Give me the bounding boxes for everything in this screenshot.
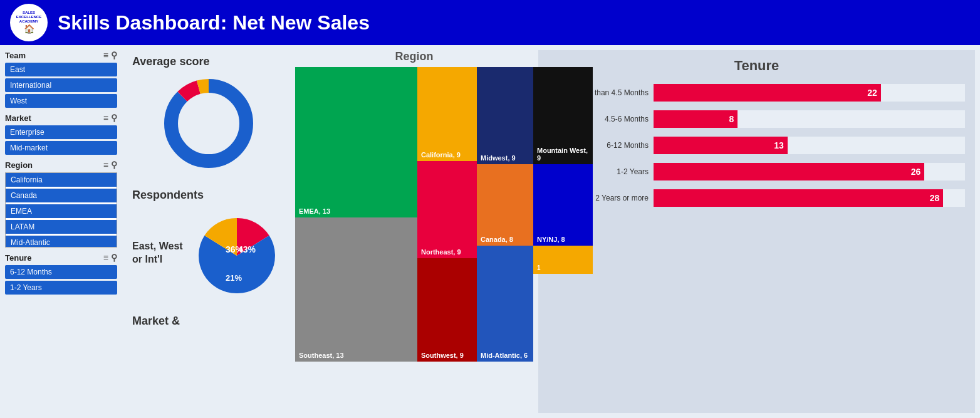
sidebar: Team ≡ ⚲ East International West Market … bbox=[0, 45, 122, 418]
treemap-cell-midatlantic[interactable]: Mid-Atlantic, 6 bbox=[477, 246, 533, 362]
respondents-label: Respondents bbox=[132, 189, 285, 202]
filter-team-item-international[interactable]: International bbox=[5, 78, 117, 92]
filter-tenure-clear-icon[interactable]: ⚲ bbox=[111, 253, 117, 263]
filter-team-item-east[interactable]: East bbox=[5, 63, 117, 76]
east-west-intl-label: East, West or Int'l bbox=[132, 240, 183, 266]
tenure-row-3: 1-2 Years 26 bbox=[548, 163, 965, 180]
filter-region-item-california[interactable]: California bbox=[6, 173, 117, 187]
filter-tenure-sort-icon[interactable]: ≡ bbox=[103, 253, 108, 263]
tenure-row-4: 2 Years or more 28 bbox=[548, 189, 965, 207]
treemap-container: EMEA, 13 Southeast, 13 California, 9 Nor… bbox=[295, 67, 533, 362]
filter-tenure: Tenure ≡ ⚲ 6-12 Months 1-2 Years bbox=[5, 253, 117, 295]
page-title: Skills Dashboard: Net New Sales bbox=[58, 11, 370, 34]
tenure-bar-bg-0: 22 bbox=[654, 84, 965, 102]
header: SALESEXCELLENCEACADEMY 🏠 Skills Dashboar… bbox=[0, 0, 980, 45]
tenure-bar-bg-1: 8 bbox=[654, 110, 965, 128]
content-area: Average score Respondents East, West or … bbox=[122, 45, 980, 418]
bottom-market-label: Market & bbox=[127, 310, 290, 333]
filter-clear-icon[interactable]: ⚲ bbox=[111, 50, 117, 60]
donut-chart-wrapper bbox=[132, 73, 285, 174]
filter-region: Region ≡ ⚲ California Canada EMEA LATAM … bbox=[5, 160, 117, 248]
pie-chart-wrapper: 36% 43% 21% bbox=[193, 212, 281, 300]
tenure-title: Tenure bbox=[548, 58, 965, 74]
logo: SALESEXCELLENCEACADEMY 🏠 bbox=[10, 4, 48, 41]
tenure-value-0: 22 bbox=[867, 88, 877, 98]
filter-team-label: Team bbox=[5, 51, 26, 60]
average-score-section: Average score bbox=[127, 50, 290, 179]
region-title: Region bbox=[295, 50, 533, 63]
filter-market-clear-icon[interactable]: ⚲ bbox=[111, 113, 117, 123]
tenure-value-2: 13 bbox=[774, 140, 784, 150]
tenure-bar-2: 13 bbox=[654, 137, 788, 154]
respondents-section: Respondents East, West or Int'l bbox=[127, 184, 290, 305]
left-panel: Average score Respondents East, West or … bbox=[127, 50, 290, 413]
treemap-cell-southwest[interactable]: Southwest, 9 bbox=[417, 258, 477, 362]
treemap-cell-midwest[interactable]: Midwest, 9 bbox=[477, 67, 533, 164]
treemap-cell-mountainwest[interactable]: Mountain West, 9 bbox=[533, 67, 593, 164]
tenure-bar-4: 28 bbox=[654, 189, 943, 207]
filter-team: Team ≡ ⚲ East International West bbox=[5, 50, 117, 108]
filter-market-label: Market bbox=[5, 113, 31, 123]
filter-market-sort-icon[interactable]: ≡ bbox=[103, 113, 108, 123]
svg-text:21%: 21% bbox=[226, 273, 242, 283]
treemap-cell-northeast[interactable]: Northeast, 9 bbox=[417, 161, 477, 258]
treemap-panel: Region EMEA, 13 Southeast, 13 California… bbox=[295, 50, 533, 413]
filter-market-item-midmarket[interactable]: Mid-market bbox=[5, 141, 117, 155]
treemap-cell-one[interactable]: 1 bbox=[533, 246, 593, 274]
tenure-bar-3: 26 bbox=[654, 163, 924, 180]
treemap-cell-canada[interactable]: Canada, 8 bbox=[477, 164, 533, 246]
filter-tenure-item-612[interactable]: 6-12 Months bbox=[5, 265, 117, 279]
tenure-bar-bg-2: 13 bbox=[654, 137, 965, 154]
filter-region-clear-icon[interactable]: ⚲ bbox=[111, 160, 117, 170]
filter-region-item-latam[interactable]: LATAM bbox=[6, 220, 117, 234]
filter-sort-icon[interactable]: ≡ bbox=[103, 50, 108, 60]
filter-region-sort-icon[interactable]: ≡ bbox=[103, 160, 108, 170]
filter-region-list[interactable]: California Canada EMEA LATAM Mid-Atlanti… bbox=[5, 172, 117, 248]
tenure-row-0: Less than 4.5 Months 22 bbox=[548, 84, 965, 102]
tenure-value-3: 26 bbox=[911, 167, 921, 177]
treemap-cell-california[interactable]: California, 9 bbox=[417, 67, 477, 161]
filter-market: Market ≡ ⚲ Enterprise Mid-market bbox=[5, 113, 117, 155]
filter-region-item-midatlantic[interactable]: Mid-Atlantic bbox=[6, 236, 117, 248]
filter-region-item-canada[interactable]: Canada bbox=[6, 189, 117, 202]
filter-region-label: Region bbox=[5, 160, 33, 170]
treemap-cell-emea[interactable]: EMEA, 13 bbox=[295, 67, 417, 217]
tenure-value-4: 28 bbox=[930, 193, 940, 203]
filter-market-item-enterprise[interactable]: Enterprise bbox=[5, 125, 117, 139]
donut-chart bbox=[159, 73, 259, 174]
treemap-cell-southeast[interactable]: Southeast, 13 bbox=[295, 217, 417, 362]
svg-text:43%: 43% bbox=[238, 244, 256, 254]
tenure-bar-bg-3: 26 bbox=[654, 163, 965, 180]
tenure-row-2: 6-12 Months 13 bbox=[548, 137, 965, 154]
tenure-row-1: 4.5-6 Months 8 bbox=[548, 110, 965, 128]
treemap-cell-nynj[interactable]: NY/NJ, 8 bbox=[533, 164, 593, 246]
tenure-value-1: 8 bbox=[729, 114, 734, 124]
tenure-bar-1: 8 bbox=[654, 110, 738, 128]
average-score-label: Average score bbox=[132, 55, 285, 68]
tenure-panel: Tenure Less than 4.5 Months 22 4.5-6 Mon… bbox=[538, 50, 975, 413]
filter-tenure-label: Tenure bbox=[5, 253, 31, 263]
tenure-bar-bg-4: 28 bbox=[654, 189, 965, 207]
filter-team-item-west[interactable]: West bbox=[5, 94, 117, 108]
filter-tenure-item-12[interactable]: 1-2 Years bbox=[5, 281, 117, 295]
svg-point-0 bbox=[171, 86, 246, 161]
main-content: Team ≡ ⚲ East International West Market … bbox=[0, 45, 980, 418]
pie-chart: 36% 43% 21% bbox=[193, 212, 281, 300]
filter-region-item-emea[interactable]: EMEA bbox=[6, 204, 117, 218]
tenure-bar-0: 22 bbox=[654, 84, 881, 102]
